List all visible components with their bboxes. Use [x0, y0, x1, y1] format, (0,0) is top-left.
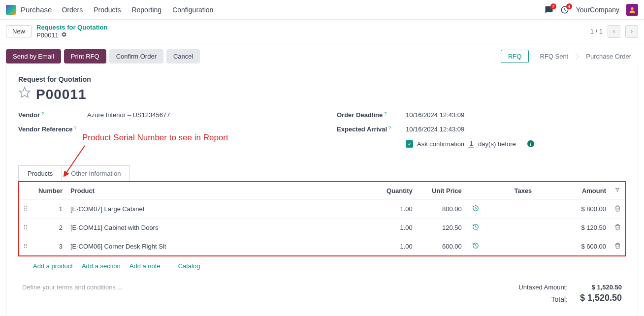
row-price[interactable]: 120.50 — [417, 219, 466, 237]
totals: Untaxed Amount: $ 1,520.50 Total: $ 1,52… — [518, 284, 622, 305]
history-icon[interactable] — [472, 242, 479, 249]
line-actions: Add a product Add a section Add a note C… — [18, 256, 626, 276]
deadline-label: Order Deadline? — [337, 111, 406, 119]
trash-icon[interactable] — [614, 205, 621, 212]
history-icon[interactable] — [472, 223, 479, 230]
help-icon[interactable]: ? — [74, 126, 77, 130]
filter-icon[interactable] — [614, 187, 620, 193]
chevron-right-icon — [575, 53, 579, 61]
breadcrumb-current-text: P00011 — [36, 32, 59, 39]
form-columns: Vendor? Azure Interior – US12345677 Vend… — [18, 111, 626, 155]
vendor-label: Vendor? — [18, 111, 87, 119]
row-price[interactable]: 800.00 — [417, 200, 466, 219]
drag-handle-icon[interactable]: ⠿ — [19, 237, 32, 256]
chevron-right-icon — [529, 53, 533, 61]
row-number: 3 — [32, 237, 66, 256]
tab-other-info[interactable]: Other Information — [62, 165, 130, 181]
pager: 1 / 1 — [590, 25, 638, 38]
row-product[interactable]: [E-COM06] Corner Desk Right Sit — [66, 237, 372, 256]
pager-text: 1 / 1 — [590, 28, 603, 35]
catalog-link[interactable]: Catalog — [178, 262, 200, 270]
terms-input[interactable]: Define your terms and conditions ... — [22, 284, 518, 305]
print-rfq-button[interactable]: Print RFQ — [64, 49, 106, 63]
pager-prev-button[interactable] — [608, 25, 620, 38]
app-name[interactable]: Purchase — [21, 5, 52, 14]
sheet-title-row: P00011 — [18, 86, 626, 102]
actionbar: Send by Email Print RFQ Confirm Order Ca… — [6, 49, 638, 63]
arrival-value[interactable]: 10/16/2024 12:43:09 — [406, 126, 626, 133]
cancel-button[interactable]: Cancel — [166, 49, 200, 63]
add-product-link[interactable]: Add a product — [33, 262, 73, 270]
checkbox-icon[interactable]: ✓ — [406, 140, 413, 148]
form-col-left: Vendor? Azure Interior – US12345677 Vend… — [18, 111, 307, 155]
svg-marker-2 — [19, 87, 30, 97]
menu-orders[interactable]: Orders — [62, 6, 83, 14]
ask-days-input[interactable]: 1 — [468, 140, 474, 148]
row-amount: $ 800.00 — [561, 200, 610, 219]
vendor-value[interactable]: Azure Interior – US12345677 — [87, 111, 307, 119]
company-name[interactable]: YourCompany — [576, 6, 619, 14]
add-section-link[interactable]: Add a section — [82, 262, 121, 270]
gear-icon[interactable] — [61, 32, 67, 39]
breadcrumb-link[interactable]: Requests for Quotation — [36, 24, 107, 31]
row-qty[interactable]: 1.00 — [372, 200, 417, 219]
app-logo[interactable] — [6, 5, 16, 15]
row-qty[interactable]: 1.00 — [372, 237, 417, 256]
row-price[interactable]: 600.00 — [417, 237, 466, 256]
row-taxes[interactable] — [485, 200, 561, 219]
activity-icon[interactable]: 4 — [560, 5, 569, 14]
menu-reporting[interactable]: Reporting — [131, 6, 161, 14]
avatar[interactable] — [626, 4, 638, 16]
row-taxes[interactable] — [485, 219, 561, 237]
row-amount: $ 120.50 — [561, 219, 610, 237]
tab-products[interactable]: Products — [18, 165, 62, 181]
breadcrumb: Requests for Quotation P00011 — [36, 24, 107, 39]
col-qty: Quantity — [372, 182, 417, 200]
row-qty[interactable]: 1.00 — [372, 219, 417, 237]
menu-configuration[interactable]: Configuration — [172, 6, 213, 14]
row-product[interactable]: [E-COM11] Cabinet with Doors — [66, 219, 372, 237]
arrival-label: Expected Arrival? — [337, 126, 406, 133]
total-value: $ 1,520.50 — [578, 293, 622, 303]
help-icon[interactable]: ? — [41, 111, 44, 116]
table-row[interactable]: ⠿1[E-COM07] Large Cabinet1.00800.00$ 800… — [19, 200, 625, 219]
help-icon[interactable]: ? — [388, 126, 391, 130]
subbar: New Requests for Quotation P00011 1 / 1 — [0, 20, 644, 43]
info-icon[interactable]: i — [527, 140, 534, 147]
send-email-button[interactable]: Send by Email — [6, 49, 61, 63]
history-icon[interactable] — [472, 205, 479, 212]
deadline-value[interactable]: 10/16/2024 12:43:09 — [406, 111, 626, 119]
drag-handle-icon[interactable]: ⠿ — [19, 200, 32, 219]
chat-badge: 7 — [550, 3, 556, 9]
ask-suffix: day(s) before — [478, 140, 516, 148]
add-note-link[interactable]: Add a note — [129, 262, 161, 270]
chat-icon[interactable]: 7 — [545, 5, 553, 14]
terms-row: Define your terms and conditions ... Unt… — [18, 276, 626, 305]
trash-icon[interactable] — [614, 243, 621, 249]
col-taxes: Taxes — [485, 182, 561, 200]
help-icon[interactable]: ? — [384, 111, 386, 116]
drag-handle-icon[interactable]: ⠿ — [19, 219, 32, 237]
trash-icon[interactable] — [614, 224, 621, 230]
menu-products[interactable]: Products — [94, 6, 121, 14]
status-rfq-sent[interactable]: RFQ Sent — [533, 50, 575, 63]
pager-next-button[interactable] — [625, 25, 638, 38]
status-purchase-order[interactable]: Purchase Order — [579, 50, 638, 63]
tab-products-content: Number Product Quantity Unit Price Taxes… — [18, 181, 626, 256]
topbar-right: 7 4 YourCompany — [545, 4, 638, 16]
new-button[interactable]: New — [6, 25, 32, 37]
star-icon[interactable] — [18, 86, 31, 102]
confirm-order-button[interactable]: Confirm Order — [109, 49, 163, 63]
row-taxes[interactable] — [485, 237, 561, 256]
svg-point-1 — [631, 7, 633, 9]
table-row[interactable]: ⠿2[E-COM11] Cabinet with Doors1.00120.50… — [19, 219, 625, 237]
row-product[interactable]: [E-COM07] Large Cabinet — [66, 200, 372, 219]
content: Send by Email Print RFQ Confirm Order Ca… — [0, 43, 644, 316]
breadcrumb-current: P00011 — [36, 32, 107, 39]
order-number: P00011 — [36, 87, 87, 102]
sheet: Request for Quotation P00011 Vendor? Azu… — [6, 63, 638, 316]
status-bar: RFQ RFQ Sent Purchase Order — [501, 50, 638, 63]
col-price: Unit Price — [417, 182, 466, 200]
status-rfq[interactable]: RFQ — [501, 50, 529, 63]
table-row[interactable]: ⠿3[E-COM06] Corner Desk Right Sit1.00600… — [19, 237, 625, 256]
